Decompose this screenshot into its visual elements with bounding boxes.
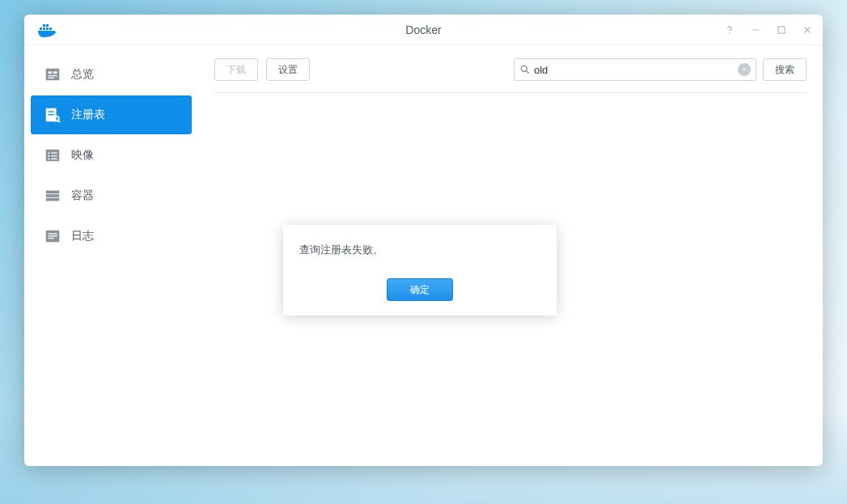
- svg-rect-18: [49, 114, 54, 115]
- window-controls: [722, 23, 815, 37]
- overview-icon: [44, 66, 61, 83]
- sidebar-item-log[interactable]: 日志: [31, 217, 192, 256]
- svg-line-36: [527, 71, 529, 74]
- sidebar-item-label: 注册表: [71, 108, 105, 122]
- container-icon: [44, 187, 61, 205]
- toolbar: 下载 设置 搜索: [214, 58, 807, 93]
- svg-rect-17: [49, 111, 54, 112]
- svg-rect-33: [49, 235, 57, 236]
- log-icon: [44, 227, 61, 245]
- dialog-message: 查询注册表失败。: [299, 243, 540, 257]
- search-button[interactable]: 搜索: [763, 58, 807, 81]
- svg-rect-25: [51, 155, 57, 156]
- svg-rect-11: [46, 69, 60, 81]
- sidebar: 总览 注册表 映像 容器: [24, 45, 198, 466]
- svg-rect-13: [53, 71, 57, 74]
- svg-rect-24: [49, 155, 50, 157]
- sidebar-item-label: 日志: [71, 229, 94, 244]
- minimize-icon[interactable]: [748, 23, 763, 37]
- svg-rect-30: [46, 198, 60, 201]
- svg-rect-0: [40, 28, 42, 30]
- image-icon: [44, 146, 61, 164]
- search-box: [514, 58, 756, 81]
- svg-rect-2: [46, 28, 49, 30]
- search-input[interactable]: [534, 64, 738, 76]
- svg-rect-29: [46, 194, 60, 197]
- svg-rect-15: [49, 78, 54, 78]
- sidebar-item-image[interactable]: 映像: [31, 136, 192, 175]
- svg-rect-12: [49, 71, 53, 74]
- settings-button[interactable]: 设置: [266, 58, 310, 81]
- dialog-ok-button[interactable]: 确定: [387, 278, 453, 301]
- svg-rect-27: [51, 159, 57, 159]
- svg-point-35: [521, 66, 527, 71]
- close-icon[interactable]: [800, 23, 815, 37]
- docker-window: Docker 总览: [24, 15, 823, 466]
- svg-rect-22: [49, 152, 50, 154]
- download-button[interactable]: 下载: [214, 58, 258, 81]
- window-title: Docker: [24, 23, 823, 36]
- maximize-icon[interactable]: [774, 23, 789, 37]
- svg-rect-14: [49, 75, 57, 76]
- sidebar-item-registry[interactable]: 注册表: [31, 95, 192, 134]
- docker-whale-icon: [37, 20, 57, 40]
- svg-rect-23: [51, 152, 57, 153]
- error-dialog: 查询注册表失败。 确定: [283, 225, 557, 316]
- svg-rect-5: [49, 28, 52, 30]
- svg-rect-34: [49, 238, 54, 239]
- svg-line-20: [58, 121, 60, 122]
- svg-rect-28: [46, 191, 60, 194]
- search-icon: [519, 64, 531, 75]
- svg-point-6: [730, 32, 731, 33]
- sidebar-item-label: 容器: [71, 188, 94, 203]
- sidebar-item-container[interactable]: 容器: [31, 176, 192, 215]
- svg-rect-4: [46, 24, 49, 27]
- help-icon[interactable]: [722, 23, 737, 37]
- sidebar-item-overview[interactable]: 总览: [31, 55, 192, 94]
- sidebar-item-label: 总览: [71, 67, 94, 82]
- sidebar-item-label: 映像: [71, 148, 94, 163]
- clear-search-icon[interactable]: [738, 63, 751, 76]
- svg-rect-3: [43, 24, 45, 27]
- svg-rect-32: [49, 233, 57, 234]
- titlebar: Docker: [24, 15, 823, 45]
- svg-rect-8: [778, 26, 785, 32]
- registry-icon: [44, 106, 61, 124]
- svg-rect-26: [49, 159, 50, 160]
- svg-rect-1: [43, 28, 45, 30]
